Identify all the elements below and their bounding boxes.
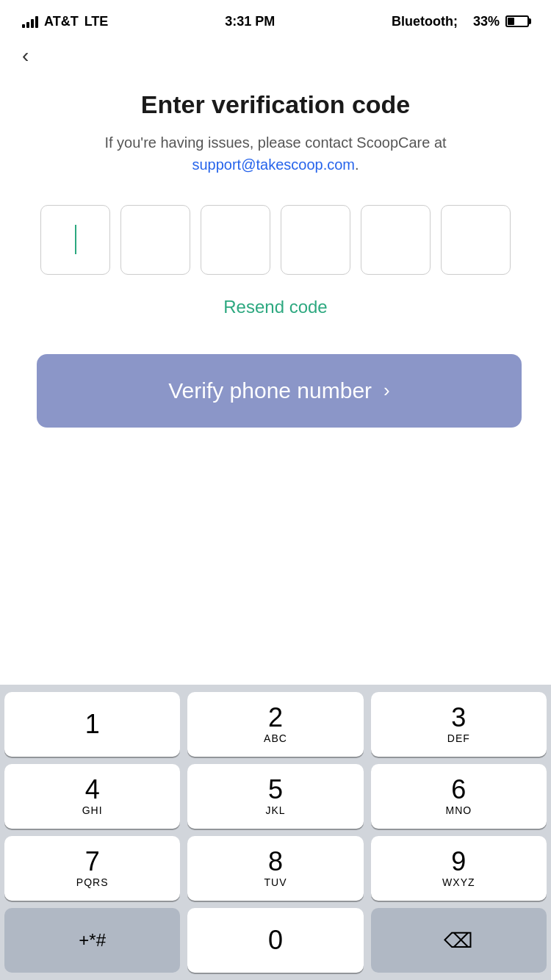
carrier-label: AT&T — [44, 14, 79, 29]
keyboard-row-4: +*# 0 ⌫ — [4, 908, 547, 973]
key-7-letters: PQRS — [76, 876, 109, 888]
email-link[interactable]: support@takescoop.com — [192, 156, 355, 173]
carrier-info: AT&T LTE — [22, 14, 108, 29]
key-5-number: 5 — [268, 777, 283, 803]
key-3-number: 3 — [451, 705, 466, 731]
signal-icon — [22, 15, 38, 28]
network-label: LTE — [84, 14, 109, 29]
code-input-2[interactable] — [120, 205, 190, 275]
code-input-3[interactable] — [201, 205, 270, 275]
key-symbols-label: +*# — [79, 930, 106, 951]
keyboard-row-2: 4 GHI 5 JKL 6 MNO — [4, 764, 547, 829]
key-4[interactable]: 4 GHI — [4, 764, 180, 829]
key-8-number: 8 — [268, 849, 283, 875]
page-subtitle: If you're having issues, please contact … — [37, 131, 514, 176]
key-9[interactable]: 9 WXYZ — [371, 836, 547, 901]
battery-icon — [505, 15, 529, 27]
key-7[interactable]: 7 PQRS — [4, 836, 180, 901]
key-6[interactable]: 6 MNO — [371, 764, 547, 829]
key-9-number: 9 — [451, 849, 466, 875]
verify-button-label: Verify phone number — [168, 378, 372, 403]
code-input-area — [37, 205, 514, 275]
verify-chevron-icon: › — [383, 379, 390, 402]
verify-button[interactable]: Verify phone number › — [37, 354, 522, 428]
code-input-1[interactable] — [40, 205, 110, 275]
key-9-letters: WXYZ — [442, 876, 475, 888]
keyboard-row-3: 7 PQRS 8 TUV 9 WXYZ — [4, 836, 547, 901]
code-input-4[interactable] — [281, 205, 350, 275]
bluetooth-icon: Bluetooth;⠀ — [392, 13, 467, 29]
battery-percent: 33% — [473, 14, 500, 29]
key-5[interactable]: 5 JKL — [187, 764, 363, 829]
subtitle-after: . — [355, 156, 359, 173]
battery-fill — [508, 18, 514, 25]
cursor — [75, 225, 76, 254]
subtitle-before: If you're having issues, please contact … — [104, 134, 446, 151]
code-input-5[interactable] — [361, 205, 431, 275]
key-2-letters: ABC — [264, 732, 287, 744]
key-4-number: 4 — [85, 777, 100, 803]
delete-icon: ⌫ — [444, 929, 473, 953]
battery-area: Bluetooth;⠀ 33% — [392, 13, 529, 29]
key-8-letters: TUV — [264, 876, 287, 888]
key-4-letters: GHI — [82, 804, 103, 816]
key-0-number: 0 — [268, 927, 283, 954]
key-5-letters: JKL — [265, 804, 285, 816]
key-delete[interactable]: ⌫ — [371, 908, 547, 973]
time-display: 3:31 PM — [225, 14, 275, 29]
back-button[interactable]: ‹ — [0, 37, 51, 75]
numeric-keyboard: 1 2 ABC 3 DEF 4 GHI 5 JKL 6 MNO 7 PQRS — [0, 685, 551, 980]
key-3[interactable]: 3 DEF — [371, 692, 547, 757]
resend-code-button[interactable]: Resend code — [37, 297, 514, 317]
key-8[interactable]: 8 TUV — [187, 836, 363, 901]
key-1-number: 1 — [85, 711, 100, 738]
main-content: Enter verification code If you're having… — [0, 75, 551, 428]
page-title: Enter verification code — [37, 90, 514, 120]
key-0[interactable]: 0 — [187, 908, 363, 973]
key-1[interactable]: 1 — [4, 692, 180, 757]
status-bar: AT&T LTE 3:31 PM Bluetooth;⠀ 33% — [0, 0, 551, 37]
key-2-number: 2 — [268, 705, 283, 731]
key-2[interactable]: 2 ABC — [187, 692, 363, 757]
key-3-letters: DEF — [447, 732, 470, 744]
key-symbols[interactable]: +*# — [4, 908, 180, 973]
key-6-number: 6 — [451, 777, 466, 803]
keyboard-row-1: 1 2 ABC 3 DEF — [4, 692, 547, 757]
code-input-6[interactable] — [441, 205, 511, 275]
key-7-number: 7 — [85, 849, 100, 875]
key-6-letters: MNO — [445, 804, 472, 816]
